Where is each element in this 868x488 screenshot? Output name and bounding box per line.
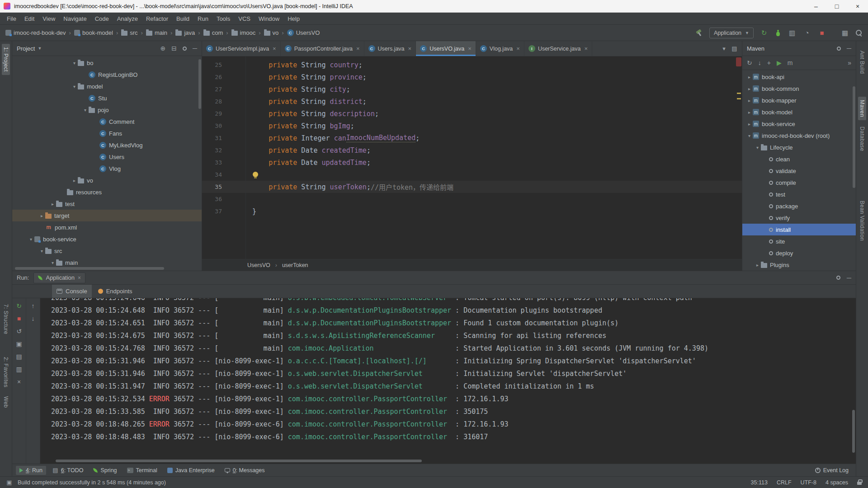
stripe-button-database[interactable]: Database	[858, 123, 866, 155]
maven-tree-item[interactable]: ▸mbook-service	[742, 118, 856, 130]
chevron-right-icon[interactable]: ▸	[71, 178, 78, 183]
tab-close-icon[interactable]: ×	[468, 45, 472, 52]
menu-build[interactable]: Build	[172, 13, 193, 25]
menu-tools[interactable]: Tools	[212, 13, 234, 25]
chevron-down-icon[interactable]: ▾	[71, 61, 78, 66]
project-tree-item[interactable]: ▸test	[12, 198, 202, 210]
maven-tree-item[interactable]: ▸mbook-mapper	[742, 94, 856, 106]
code-line[interactable]: 31 private Integer canImoocNumBeUpdated;	[202, 132, 742, 144]
tool-tab-run[interactable]: 4: Run	[16, 466, 46, 475]
code-line[interactable]: 30 private String bgImg;	[202, 120, 742, 132]
tab-close-icon[interactable]: ×	[584, 45, 588, 52]
menu-code[interactable]: Code	[91, 13, 113, 25]
stripe-button-2-favorites[interactable]: 2: Favorites	[2, 354, 10, 391]
editor-tab-userserviceimpl-java[interactable]: CUserServiceImpl.java×	[202, 41, 281, 56]
maximize-button[interactable]: □	[826, 0, 847, 12]
project-tree-item[interactable]: CStu	[12, 92, 202, 104]
analysis-status-indicator[interactable]	[736, 57, 741, 66]
stop-icon[interactable]: ■	[15, 314, 23, 323]
chevron-right-icon[interactable]: ▸	[746, 86, 753, 91]
stripe-button-bean-validation[interactable]: Bean Validation	[858, 197, 866, 244]
hidden-tabs-icon[interactable]: ▾	[721, 46, 727, 52]
settings-icon[interactable]	[837, 47, 841, 51]
build-hammer-icon[interactable]	[695, 29, 703, 37]
rerun-application-icon[interactable]: ↻	[760, 28, 769, 38]
editor-tab-vlog-java[interactable]: CVlog.java×	[476, 41, 524, 56]
project-tree-item[interactable]: ▾pojo	[12, 104, 202, 116]
chevron-right-icon[interactable]: ▸	[746, 75, 753, 80]
toolwindow-toggle-icon[interactable]: ▣	[6, 479, 12, 485]
maven-tree-item[interactable]: ▾mimooc-red-book-dev (root)	[742, 130, 856, 141]
more-actions-icon[interactable]: »	[848, 59, 851, 66]
code-line[interactable]: 33 private Date updatedTime;	[202, 156, 742, 169]
project-tree-item[interactable]: ▾src	[12, 245, 202, 257]
maven-tree-item[interactable]: ▸Plugins	[742, 259, 856, 271]
project-tree-item[interactable]: resources	[12, 186, 202, 198]
warning-marker[interactable]	[737, 93, 741, 94]
tool-tab-todo[interactable]: ▤6: TODO	[49, 466, 87, 475]
close-icon[interactable]: ×	[15, 378, 23, 386]
prev-occurrence-icon[interactable]: ↑	[29, 302, 37, 310]
project-vertical-scrollbar[interactable]	[198, 59, 201, 109]
project-tree-item[interactable]: ▾bo	[12, 57, 202, 69]
chevron-down-icon[interactable]: ▾	[49, 260, 56, 265]
tool-windows-icon[interactable]: ▦	[840, 28, 849, 38]
project-tree-item[interactable]: ▸vo	[12, 174, 202, 186]
chevron-right-icon[interactable]: ▸	[746, 110, 753, 115]
maven-tree-item[interactable]: ▸mbook-model	[742, 106, 856, 118]
tool-tab-terminal[interactable]: >Terminal	[123, 466, 161, 475]
tool-tab-messages[interactable]: 0: Messages	[221, 466, 269, 475]
minimize-button[interactable]: –	[806, 0, 826, 12]
project-tree-item[interactable]: CMyLikedVlog	[12, 139, 202, 151]
editor-breadcrumb-item[interactable]: UsersVO	[247, 262, 270, 268]
breadcrumb-item[interactable]: CUsersVO	[287, 29, 320, 36]
maven-tree-item[interactable]: install	[742, 224, 856, 235]
coverage-icon[interactable]: ▥	[788, 28, 797, 38]
chevron-down-icon[interactable]: ▼	[38, 46, 42, 51]
menu-help[interactable]: Help	[283, 13, 304, 25]
run-config-tab[interactable]: Application ×	[33, 272, 85, 283]
warning-marker[interactable]	[737, 98, 741, 99]
debug-icon[interactable]	[774, 29, 782, 37]
breadcrumb-item[interactable]: imooc	[231, 29, 256, 36]
maven-tree-item[interactable]: package	[742, 200, 856, 212]
menu-file[interactable]: File	[3, 13, 20, 25]
menu-vcs[interactable]: VCS	[234, 13, 255, 25]
tool-tab-spring[interactable]: Spring	[90, 466, 120, 475]
maven-tree-item[interactable]: ▸mbook-common	[742, 83, 856, 94]
tab-close-icon[interactable]: ×	[408, 45, 412, 52]
project-tree-item[interactable]: ▾book-service	[12, 233, 202, 245]
breadcrumb-item[interactable]: imooc-red-book-dev	[5, 29, 66, 36]
settings-icon[interactable]: ▤	[15, 352, 23, 361]
chevron-right-icon[interactable]: ▸	[38, 213, 45, 218]
hide-panel-icon[interactable]: ─	[847, 45, 851, 52]
maven-tree-item[interactable]: clean	[742, 153, 856, 165]
code-line[interactable]: 27 private String city;	[202, 83, 742, 95]
breadcrumb-item[interactable]: com	[203, 29, 223, 36]
stripe-button-maven[interactable]: Maven	[858, 97, 866, 120]
hide-panel-icon[interactable]: ─	[847, 275, 851, 281]
console-tab-endpoints[interactable]: Endpoints	[94, 285, 137, 298]
stripe-button-ant-build[interactable]: Ant Build	[858, 47, 866, 77]
maven-tree-item[interactable]: ▸mbook-api	[742, 71, 856, 83]
tab-options-icon[interactable]: ▤	[731, 46, 737, 52]
search-everywhere-icon[interactable]	[855, 29, 863, 37]
menu-view[interactable]: View	[38, 13, 59, 25]
maven-tree-item[interactable]: compile	[742, 177, 856, 188]
project-tree-item[interactable]: CVlog	[12, 163, 202, 174]
stripe-button-7-structure[interactable]: 7: Structure	[2, 301, 10, 338]
code-line[interactable]: 34	[202, 169, 742, 181]
reimport-maven-icon[interactable]: ↻	[747, 59, 752, 66]
breadcrumb-item[interactable]: main	[146, 29, 167, 36]
code-line[interactable]: 28 private String district;	[202, 95, 742, 108]
close-button[interactable]: ×	[847, 0, 868, 12]
rerun-icon[interactable]: ↻	[15, 302, 23, 310]
breadcrumb-item[interactable]: vo	[264, 29, 279, 36]
settings-icon[interactable]	[836, 276, 840, 280]
console-output[interactable]: 2023-03-28 00:15:24.646 INFO 36572 --- […	[40, 298, 856, 464]
stripe-button-1-project[interactable]: 1: Project	[2, 44, 10, 75]
chevron-right-icon[interactable]: ▸	[746, 98, 753, 103]
breadcrumb-item[interactable]: book-model	[74, 29, 113, 36]
add-maven-project-icon[interactable]: +	[767, 59, 771, 66]
code-line[interactable]: 25 private String country;	[202, 59, 742, 71]
